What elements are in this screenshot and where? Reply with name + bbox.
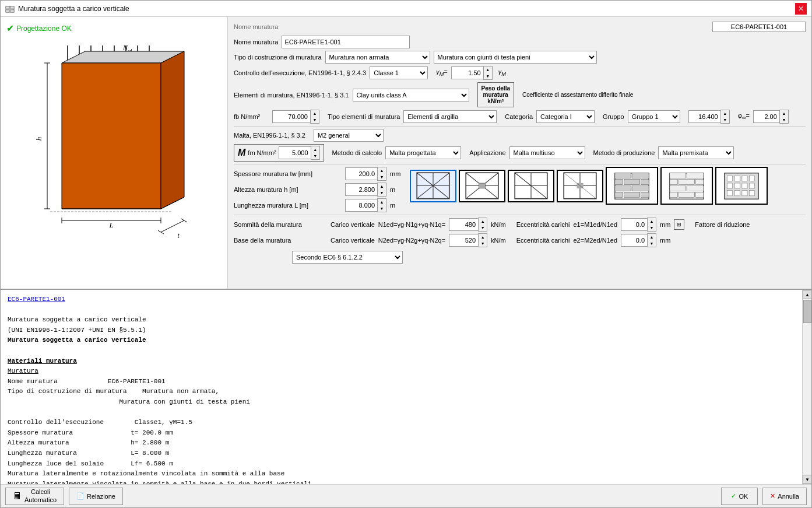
annulla-button[interactable]: ✕ Annulla xyxy=(762,488,807,505)
tipo-elementi-select[interactable]: Elementi di argilla xyxy=(403,110,497,123)
carico-verticale-label-1: Carico verticale xyxy=(331,221,375,228)
peso-input[interactable] xyxy=(688,110,720,123)
N1ed-formula: N1ed=γg·N1g+γq·N1q= xyxy=(378,221,445,228)
nome-muratura-input[interactable] xyxy=(282,36,410,48)
malta-select[interactable]: M2 general xyxy=(314,129,384,142)
ok-button[interactable]: ✓ OK xyxy=(721,488,758,505)
table-icon-1[interactable]: ⊞ xyxy=(674,219,684,230)
peso-spinner[interactable]: ▲ ▼ xyxy=(688,110,730,124)
phi-input[interactable] xyxy=(753,110,779,123)
controllo-label: Controllo dell'esecuzione, EN1996-1-1, §… xyxy=(234,69,366,76)
diagram-1[interactable] xyxy=(410,170,456,202)
fb-down[interactable]: ▼ xyxy=(311,117,319,123)
report-scrollbar: ▲ ▼ xyxy=(802,290,811,484)
tipo-costruzione-select[interactable]: Muratura non armata xyxy=(325,51,430,64)
lunghezza-input[interactable] xyxy=(345,199,377,212)
fm-input[interactable] xyxy=(279,146,311,159)
gamma-M-up[interactable]: ▲ xyxy=(484,66,492,73)
fm-spinner[interactable]: ▲ ▼ xyxy=(279,146,320,160)
e2-down[interactable]: ▼ xyxy=(648,240,656,247)
header-row: Nome muratura EC6-PARETE1-001 xyxy=(234,22,806,32)
gamma-M-down[interactable]: ▼ xyxy=(484,73,492,79)
scroll-up-button[interactable]: ▲ xyxy=(803,290,811,299)
title-bar: Muratura soggetta a carico verticale ✕ xyxy=(1,1,811,17)
svg-line-29 xyxy=(161,220,184,232)
lunghezza-spinner[interactable]: ▲ ▼ xyxy=(345,198,386,212)
spessore-input[interactable] xyxy=(345,167,377,180)
metodo-calcolo-select[interactable]: Malta progettata xyxy=(385,146,461,159)
close-button[interactable]: ✕ xyxy=(795,3,807,15)
N2ed-up[interactable]: ▲ xyxy=(479,234,487,240)
elementi-select[interactable]: Clay units class A xyxy=(353,89,469,101)
N1ed-up[interactable]: ▲ xyxy=(479,218,487,225)
phi-spinner[interactable]: ▲ ▼ xyxy=(753,110,789,124)
e2-spinner[interactable]: ▲ ▼ xyxy=(621,233,656,247)
svg-rect-42 xyxy=(479,183,486,188)
elementi-label: Elementi di muratura, EN1996-1-1, § 3.1 xyxy=(234,92,349,99)
fb-input[interactable] xyxy=(272,110,310,123)
tipo-giunti-select[interactable]: Muratura con giunti di testa pieni xyxy=(434,51,597,64)
svg-rect-58 xyxy=(615,185,631,191)
gamma-M-input[interactable] xyxy=(451,66,483,79)
N2ed-spinner[interactable]: ▲ ▼ xyxy=(449,233,487,247)
fb-spinner[interactable]: ▲ ▼ xyxy=(272,110,319,124)
altezza-spinner[interactable]: ▲ ▼ xyxy=(345,183,386,197)
annulla-x-icon: ✕ xyxy=(770,492,775,500)
diagram-5[interactable] xyxy=(606,167,658,205)
coeff-label: Coefficiente di assestamento differito f… xyxy=(522,91,586,99)
svg-rect-61 xyxy=(624,192,640,197)
fb-up[interactable]: ▲ xyxy=(311,110,319,117)
e1-spinner[interactable]: ▲ ▼ xyxy=(621,218,656,232)
svg-rect-2 xyxy=(10,6,14,9)
spessore-spinner[interactable]: ▲ ▼ xyxy=(345,167,386,181)
e2-input[interactable] xyxy=(621,234,647,247)
fm-down[interactable]: ▼ xyxy=(311,153,319,159)
report-link[interactable]: EC6-PARETE1-001 xyxy=(8,296,65,303)
relazione-button[interactable]: 📄 Relazione xyxy=(69,488,123,505)
e1-up[interactable]: ▲ xyxy=(648,218,656,225)
classe-select[interactable]: Classe 1 xyxy=(370,66,428,79)
diagram-4[interactable] xyxy=(557,170,603,202)
phi-down[interactable]: ▼ xyxy=(780,117,788,123)
calcoli-button[interactable]: 🖩 Calcoli Automatico xyxy=(5,488,64,505)
e1-down[interactable]: ▼ xyxy=(648,225,656,231)
altezza-input[interactable] xyxy=(345,183,377,196)
diagram-2[interactable] xyxy=(459,170,505,202)
e2-up[interactable]: ▲ xyxy=(648,234,656,240)
sommita-row: Sommità della muratura Carico verticale … xyxy=(234,218,806,232)
spessore-down[interactable]: ▼ xyxy=(378,174,386,180)
svg-rect-77 xyxy=(742,176,747,181)
e1-input[interactable] xyxy=(621,218,647,231)
secondo-ec6-select[interactable]: Secondo EC6 § 6.1.2.2 xyxy=(292,251,403,264)
altezza-up[interactable]: ▲ xyxy=(378,183,386,190)
gamma-M-spinner[interactable]: ▲ ▼ xyxy=(451,66,493,80)
scroll-thumb[interactable] xyxy=(803,300,811,323)
diagram-6[interactable] xyxy=(660,167,713,205)
svg-rect-78 xyxy=(750,176,755,181)
svg-rect-69 xyxy=(670,185,686,191)
N2ed-input[interactable] xyxy=(449,234,478,247)
N1ed-down[interactable]: ▼ xyxy=(479,225,487,231)
scroll-down-button[interactable]: ▼ xyxy=(803,475,811,484)
metodo-produzione-select[interactable]: Malta premixata xyxy=(658,146,734,159)
categoria-select[interactable]: Categoria I xyxy=(536,110,595,123)
N1ed-input[interactable] xyxy=(449,218,478,231)
diagram-3[interactable] xyxy=(508,170,554,202)
diagram-panel: ✔ Progettazione OK N ed xyxy=(1,17,228,289)
phi-up[interactable]: ▲ xyxy=(780,110,788,117)
svg-rect-67 xyxy=(679,179,695,184)
fm-up[interactable]: ▲ xyxy=(311,146,319,153)
spessore-up[interactable]: ▲ xyxy=(378,167,386,174)
svg-rect-66 xyxy=(670,179,678,184)
lunghezza-down[interactable]: ▼ xyxy=(378,205,386,212)
N2ed-down[interactable]: ▼ xyxy=(479,240,487,247)
gruppo-select[interactable]: Gruppo 1 xyxy=(628,110,680,123)
diagram-7[interactable] xyxy=(715,167,768,205)
altezza-down[interactable]: ▼ xyxy=(378,190,386,196)
peso-down[interactable]: ▼ xyxy=(721,117,729,123)
report-lunghezza: Lunghezza muratura L= 8.000 m xyxy=(8,450,169,457)
applicazione-select[interactable]: Malta multiuso xyxy=(509,146,585,159)
lunghezza-up[interactable]: ▲ xyxy=(378,199,386,205)
N1ed-spinner[interactable]: ▲ ▼ xyxy=(449,218,487,232)
peso-up[interactable]: ▲ xyxy=(721,110,729,117)
